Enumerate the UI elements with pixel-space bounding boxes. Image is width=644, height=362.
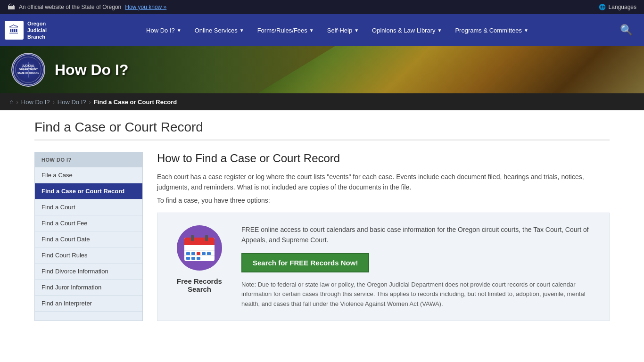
breadcrumb: ⌂ › How Do I? › How Do I? › Find a Case … bbox=[0, 93, 644, 110]
records-card-content: FREE online access to court calendars an… bbox=[241, 224, 598, 309]
calendar-icon bbox=[176, 224, 223, 272]
breadcrumb-sep: › bbox=[16, 99, 18, 106]
svg-rect-19 bbox=[197, 252, 200, 255]
sidebar-nav: File a Case Find a Case or Court Record … bbox=[35, 167, 142, 312]
chevron-down-icon: ▼ bbox=[438, 28, 442, 33]
sidebar-item-find-interpreter[interactable]: Find an Interpreter bbox=[35, 296, 142, 312]
sidebar-item-find-court-rules[interactable]: Find Court Rules bbox=[35, 247, 142, 263]
main-navigation: 🏛 OregonJudicialBranch How Do I? ▼ Onlin… bbox=[0, 14, 644, 46]
nav-how-do-i[interactable]: How Do I? ▼ bbox=[140, 14, 187, 46]
svg-rect-18 bbox=[191, 252, 195, 255]
sidebar-item-find-court[interactable]: Find a Court bbox=[35, 199, 142, 215]
article-title: How to Find a Case or Court Record bbox=[157, 152, 610, 165]
svg-rect-14 bbox=[205, 235, 208, 241]
page-wrapper: Find a Case or Court Record HOW DO I? Fi… bbox=[25, 110, 619, 340]
oregon-flag-icon: 🏔 bbox=[8, 3, 15, 11]
svg-rect-12 bbox=[184, 241, 215, 245]
nav-online-services[interactable]: Online Services ▼ bbox=[189, 14, 250, 46]
nav-opinions-label: Opinions & Law Library bbox=[372, 27, 435, 34]
free-records-button[interactable]: Search for FREE Records Now! bbox=[241, 253, 369, 272]
hero-title: How Do I? bbox=[55, 61, 128, 79]
breadcrumb-sep: › bbox=[53, 99, 55, 106]
hero-banner: JUDICIAL DEPARTMENT STATE OF OREGON How … bbox=[0, 46, 644, 93]
nav-programs-label: Programs & Committees bbox=[455, 27, 522, 34]
top-bar: 🏔 An official website of the State of Or… bbox=[0, 0, 644, 14]
nav-online-services-label: Online Services bbox=[195, 27, 238, 34]
sidebar-item-find-case-record[interactable]: Find a Case or Court Record bbox=[35, 183, 142, 199]
svg-rect-22 bbox=[186, 257, 190, 260]
sidebar-link-find-juror[interactable]: Find Juror Information bbox=[35, 280, 142, 296]
breadcrumb-sep: › bbox=[89, 99, 91, 106]
sidebar-link-find-court-date[interactable]: Find a Court Date bbox=[35, 231, 142, 247]
chevron-down-icon: ▼ bbox=[177, 28, 182, 33]
sidebar-heading: HOW DO I? bbox=[35, 152, 142, 167]
breadcrumb-link-2[interactable]: How Do I? bbox=[58, 99, 86, 106]
sidebar-item-find-court-date[interactable]: Find a Court Date bbox=[35, 231, 142, 247]
languages-label: Languages bbox=[609, 4, 636, 10]
sidebar-link-find-case-record[interactable]: Find a Case or Court Record bbox=[35, 183, 142, 199]
main-content: How to Find a Case or Court Record Each … bbox=[157, 152, 610, 321]
records-note: Note: Due to federal or state law or pol… bbox=[241, 280, 598, 309]
chevron-down-icon: ▼ bbox=[239, 28, 244, 33]
chevron-down-icon: ▼ bbox=[524, 28, 528, 33]
nav-opinions-law-library[interactable]: Opinions & Law Library ▼ bbox=[366, 14, 447, 46]
logo-text: OregonJudicialBranch bbox=[27, 20, 47, 41]
breadcrumb-link-1[interactable]: How Do I? bbox=[21, 99, 50, 106]
records-card: Free RecordsSearch FREE online access to… bbox=[157, 213, 610, 321]
chevron-down-icon: ▼ bbox=[309, 28, 314, 33]
sidebar: HOW DO I? File a Case Find a Case or Cou… bbox=[34, 152, 143, 321]
content-layout: HOW DO I? File a Case Find a Case or Cou… bbox=[34, 152, 610, 321]
svg-rect-24 bbox=[197, 257, 200, 260]
nav-items: How Do I? ▼ Online Services ▼ Forms/Rule… bbox=[61, 14, 613, 46]
sidebar-item-file-case[interactable]: File a Case bbox=[35, 167, 142, 183]
chevron-down-icon: ▼ bbox=[354, 28, 359, 33]
sidebar-link-find-court[interactable]: Find a Court bbox=[35, 199, 142, 215]
top-bar-left: 🏔 An official website of the State of Or… bbox=[8, 3, 166, 11]
site-logo[interactable]: 🏛 OregonJudicialBranch bbox=[5, 20, 61, 41]
records-icon-label: Free RecordsSearch bbox=[177, 277, 222, 293]
logo-icon: 🏛 bbox=[5, 21, 24, 40]
records-description: FREE online access to court calendars an… bbox=[241, 224, 598, 246]
nav-how-do-i-label: How Do I? bbox=[146, 27, 175, 34]
search-button[interactable]: 🔍 bbox=[613, 20, 639, 40]
nav-self-help[interactable]: Self-Help ▼ bbox=[322, 14, 364, 46]
sidebar-link-file-case[interactable]: File a Case bbox=[35, 167, 142, 183]
page-title: Find a Case or Court Record bbox=[34, 120, 610, 140]
languages-button[interactable]: 🌐 Languages bbox=[599, 4, 636, 10]
hero-content: JUDICIAL DEPARTMENT STATE OF OREGON How … bbox=[0, 46, 644, 93]
sidebar-item-find-court-fee[interactable]: Find a Court Fee bbox=[35, 215, 142, 231]
sidebar-item-find-divorce[interactable]: Find Divorce Information bbox=[35, 263, 142, 280]
sidebar-link-find-interpreter[interactable]: Find an Interpreter bbox=[35, 296, 142, 312]
sidebar-link-find-court-fee[interactable]: Find a Court Fee bbox=[35, 215, 142, 231]
svg-rect-17 bbox=[186, 252, 190, 255]
nav-forms-rules-fees-label: Forms/Rules/Fees bbox=[257, 27, 307, 34]
nav-programs-committees[interactable]: Programs & Committees ▼ bbox=[449, 14, 534, 46]
home-icon[interactable]: ⌂ bbox=[9, 98, 13, 106]
breadcrumb-current: Find a Case or Court Record bbox=[94, 99, 177, 106]
article-intro: Each court has a case register or log wh… bbox=[157, 172, 610, 193]
sidebar-item-find-juror[interactable]: Find Juror Information bbox=[35, 280, 142, 296]
official-text: An official website of the State of Oreg… bbox=[19, 4, 121, 10]
nav-self-help-label: Self-Help bbox=[327, 27, 352, 34]
sidebar-link-find-court-rules[interactable]: Find Court Rules bbox=[35, 247, 142, 263]
svg-rect-13 bbox=[191, 235, 194, 241]
article-options-text: To find a case, you have three options: bbox=[157, 197, 610, 204]
svg-rect-21 bbox=[207, 252, 211, 255]
sidebar-link-find-divorce[interactable]: Find Divorce Information bbox=[35, 263, 142, 280]
how-you-know-link[interactable]: How you know » bbox=[125, 4, 166, 10]
globe-icon: 🌐 bbox=[599, 4, 606, 10]
nav-forms-rules-fees[interactable]: Forms/Rules/Fees ▼ bbox=[252, 14, 320, 46]
records-icon-area: Free RecordsSearch bbox=[169, 224, 230, 309]
svg-rect-20 bbox=[202, 252, 206, 255]
svg-rect-23 bbox=[191, 257, 195, 260]
oregon-seal: JUDICIAL DEPARTMENT STATE OF OREGON bbox=[11, 53, 45, 87]
